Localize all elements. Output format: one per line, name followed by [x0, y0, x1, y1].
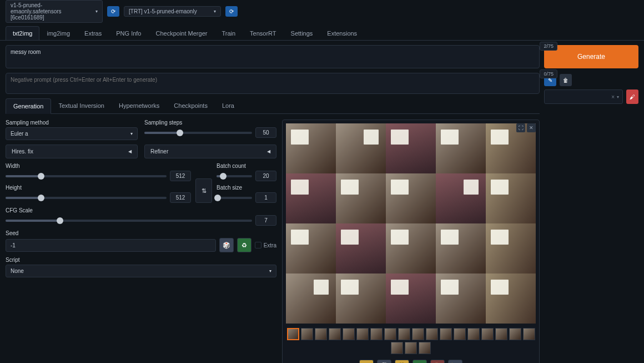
tab-extras[interactable]: Extras — [77, 26, 109, 40]
thumbnail[interactable] — [370, 328, 383, 340]
thumbnail-strip — [286, 328, 536, 354]
prompt-counter: 2/75 — [540, 42, 557, 51]
seed-input[interactable] — [6, 239, 216, 252]
gallery-expand-button[interactable]: ⛶ — [516, 123, 525, 132]
thumbnail[interactable] — [467, 328, 480, 340]
thumbnail[interactable] — [391, 342, 403, 354]
thumbnail[interactable] — [301, 328, 313, 340]
batch-size-value[interactable]: 1 — [255, 192, 276, 203]
width-slider[interactable] — [6, 175, 167, 177]
width-value[interactable]: 512 — [170, 171, 191, 181]
caret-icon: ▾ — [269, 268, 271, 274]
thumbnail[interactable] — [440, 328, 452, 340]
swap-dimensions-button[interactable]: ⇅ — [195, 178, 212, 203]
thumbnail[interactable] — [426, 328, 438, 340]
thumbnail[interactable] — [343, 328, 355, 340]
width-label: Width — [6, 163, 191, 169]
clear-button[interactable]: 🗑 — [560, 74, 572, 86]
send-to-img2img-button[interactable]: 🖼 — [412, 360, 427, 363]
caret-icon: ▾ — [130, 131, 133, 136]
batch-count-value[interactable]: 20 — [255, 171, 276, 181]
subtab-hypernetworks[interactable]: Hypernetworks — [112, 98, 167, 113]
sampling-steps-slider[interactable] — [144, 132, 252, 134]
subtab-checkpoints[interactable]: Checkpoints — [167, 98, 215, 113]
tab-tensorrt[interactable]: TensorRT — [243, 26, 283, 40]
thumbnail[interactable] — [315, 328, 327, 340]
send-to-inpaint-button[interactable]: 🎨 — [430, 360, 445, 363]
triangle-left-icon: ◀ — [267, 149, 270, 154]
sampling-steps-value[interactable]: 50 — [255, 127, 276, 138]
seed-label: Seed — [6, 230, 276, 236]
thumbnail[interactable] — [454, 328, 466, 340]
seed-reuse-button[interactable]: ♻ — [237, 238, 251, 252]
tab-extensions[interactable]: Extensions — [320, 26, 364, 40]
batch-size-slider[interactable] — [217, 197, 252, 199]
sampling-method-label: Sampling method — [6, 120, 138, 126]
thumbnail[interactable] — [329, 328, 341, 340]
thumbnail[interactable] — [384, 328, 396, 340]
batch-count-slider[interactable] — [217, 175, 252, 177]
tab-png-info[interactable]: PNG Info — [109, 26, 148, 40]
thumbnail[interactable] — [481, 328, 494, 340]
subtab-textual-inversion[interactable]: Textual Inversion — [51, 98, 112, 113]
thumbnail[interactable] — [419, 342, 431, 354]
seed-extra-checkbox[interactable]: Extra — [255, 242, 276, 248]
checkpoint-value: v1-5-pruned-emaonly.safetensors [6ce0161… — [11, 2, 91, 21]
styles-select[interactable]: × ▾ — [544, 89, 623, 104]
subtab-lora[interactable]: Lora — [215, 98, 242, 113]
checkpoint-dropdown[interactable]: v1-5-pruned-emaonly.safetensors [6ce0161… — [6, 0, 103, 23]
vae-dropdown[interactable]: [TRT] v1-5-pruned-emaonly ▾ — [124, 6, 221, 17]
negative-prompt-input[interactable] — [6, 73, 540, 94]
vae-value: [TRT] v1-5-pruned-emaonly — [129, 8, 197, 14]
save-button[interactable]: 💾 — [377, 360, 391, 363]
script-label: Script — [6, 257, 276, 263]
hires-fix-accordion[interactable]: Hires. fix◀ — [6, 145, 138, 158]
seed-random-button[interactable]: 🎲 — [219, 238, 234, 252]
prompt-input[interactable] — [6, 45, 540, 68]
tab-settings[interactable]: Settings — [284, 26, 320, 40]
output-gallery: ⛶ ✕ 📂 💾 🗜 🖼 🎨 📐 — [282, 120, 540, 363]
subtab-generation[interactable]: Generation — [6, 98, 51, 114]
script-select[interactable]: None ▾ — [6, 265, 276, 277]
thumbnail[interactable] — [287, 328, 299, 340]
cfg-label: CFG Scale — [6, 207, 276, 213]
save-zip-button[interactable]: 🗜 — [395, 360, 409, 363]
height-value[interactable]: 512 — [170, 192, 191, 203]
thumbnail[interactable] — [509, 328, 521, 340]
main-tabs: txt2imgimg2imgExtrasPNG InfoCheckpoint M… — [0, 26, 644, 41]
open-folder-button[interactable]: 📂 — [359, 360, 374, 363]
batch-count-label: Batch count — [217, 163, 276, 169]
height-label: Height — [6, 185, 191, 191]
thumbnail[interactable] — [412, 328, 424, 340]
generate-button[interactable]: Generate — [544, 45, 638, 68]
thumbnail[interactable] — [405, 342, 417, 354]
thumbnail[interactable] — [523, 328, 535, 340]
caret-icon: ▾ — [95, 9, 98, 14]
triangle-left-icon: ◀ — [128, 149, 132, 154]
neg-prompt-counter: 0/75 — [540, 69, 557, 78]
apply-style-button[interactable]: 🖌 — [626, 89, 638, 104]
caret-icon: ▾ — [617, 95, 619, 100]
sampling-method-select[interactable]: Euler a ▾ — [6, 127, 138, 140]
refresh-checkpoint-button[interactable]: ⟳ — [107, 6, 119, 17]
gallery-close-button[interactable]: ✕ — [527, 123, 536, 132]
send-to-extras-button[interactable]: 📐 — [448, 360, 462, 363]
tab-checkpoint-merger[interactable]: Checkpoint Merger — [148, 26, 214, 40]
gallery-grid-image[interactable] — [286, 123, 536, 324]
tab-txt2img[interactable]: txt2img — [6, 26, 39, 40]
sub-tabs: GenerationTextual InversionHypernetworks… — [6, 98, 540, 114]
batch-size-label: Batch size — [217, 185, 276, 191]
cfg-slider[interactable] — [6, 220, 252, 222]
caret-icon: ▾ — [214, 9, 216, 14]
cfg-value[interactable]: 7 — [255, 215, 276, 226]
refresh-vae-button[interactable]: ⟳ — [225, 6, 238, 17]
thumbnail[interactable] — [495, 328, 507, 340]
close-icon: × — [611, 94, 615, 100]
sampling-steps-label: Sampling steps — [144, 120, 276, 126]
height-slider[interactable] — [6, 197, 167, 199]
tab-img2img[interactable]: img2img — [39, 26, 77, 40]
thumbnail[interactable] — [398, 328, 410, 340]
tab-train[interactable]: Train — [214, 26, 243, 40]
thumbnail[interactable] — [356, 328, 369, 340]
refiner-accordion[interactable]: Refiner◀ — [144, 145, 276, 158]
